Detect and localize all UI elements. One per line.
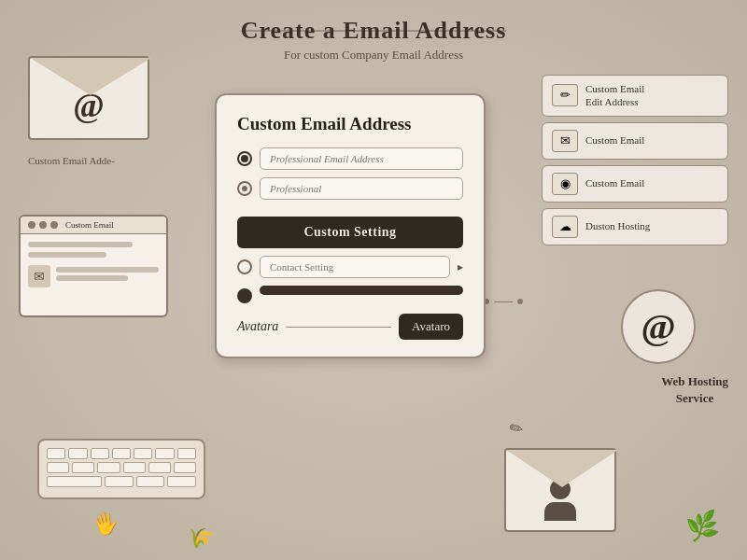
- bottom-envelope-flap: [506, 450, 618, 487]
- browser-line-2: [28, 252, 106, 258]
- cloud-icon: ☁: [552, 216, 578, 238]
- key: [134, 448, 152, 459]
- card-title: Custom Email Address: [237, 114, 463, 134]
- browser-dot-3: [50, 221, 58, 229]
- right-item-4[interactable]: ☁ Duston Hosting: [542, 208, 728, 245]
- key-spacebar: [47, 476, 102, 487]
- contact-input[interactable]: [260, 256, 450, 278]
- hand-icon: 🖐: [92, 511, 120, 539]
- browser-window: Custom Email ✉: [19, 215, 168, 317]
- plant-right-icon: 🌿: [684, 508, 721, 544]
- contact-row: ▸: [237, 256, 463, 278]
- left-envelope-label: Custom Email Adde-: [28, 155, 115, 166]
- pencil-icon: ✏: [506, 416, 525, 440]
- left-envelope: @ Custom Email Adde-: [28, 56, 149, 149]
- key: [72, 462, 94, 473]
- circle-icon: ◉: [552, 173, 578, 195]
- browser-line-3: [56, 267, 159, 273]
- page-subtitle: For custom Company Email Address: [241, 48, 507, 63]
- key: [97, 462, 120, 473]
- right-item-3[interactable]: ◉ Custom Email: [542, 165, 728, 203]
- browser-line-1: [28, 242, 133, 247]
- browser-dot-2: [39, 221, 47, 229]
- avatar-label: Avatara: [237, 319, 278, 334]
- at-symbol-right-icon: @: [641, 305, 675, 349]
- custom-setting-button[interactable]: Custom Setting: [237, 217, 463, 248]
- radio-item-2[interactable]: [237, 177, 463, 200]
- avatar-row: Avatara Avataro: [237, 314, 463, 340]
- slider-radio[interactable]: [237, 288, 252, 303]
- key: [177, 448, 196, 459]
- key-row-3: [47, 476, 196, 487]
- page-title: Create a Email Address: [241, 17, 507, 45]
- main-card: Custom Email Address Custom Setting ▸ Av…: [215, 93, 486, 358]
- radio-circle-1[interactable]: [237, 151, 252, 166]
- keyboard-area: 🖐: [37, 439, 224, 532]
- key: [148, 462, 171, 473]
- connector-dot-2: [517, 299, 523, 304]
- browser-icon-row: ✉: [28, 265, 159, 287]
- browser-line-4: [56, 275, 128, 281]
- browser-content: ✉: [21, 234, 166, 295]
- radio-group: [237, 147, 463, 200]
- right-item-1[interactable]: ✏ Custom EmailEdit Address: [542, 75, 728, 117]
- contact-arrow-icon: ▸: [458, 260, 463, 274]
- web-hosting-label: Web HostingService: [661, 373, 728, 407]
- browser-dot-1: [28, 221, 35, 229]
- avatar-button[interactable]: Avataro: [399, 314, 463, 340]
- bottom-envelope: [504, 448, 616, 541]
- slider-row: [237, 286, 463, 306]
- key: [155, 448, 174, 459]
- page-title-area: Create a Email Address For custom Compan…: [241, 17, 507, 63]
- connector-line-1: [494, 301, 513, 302]
- key: [47, 462, 69, 473]
- keyboard-body: [37, 439, 205, 499]
- at-symbol-right: @: [621, 289, 696, 364]
- email-input-2[interactable]: [260, 177, 463, 200]
- browser-toolbar: Custom Email: [21, 217, 166, 234]
- right-item-2-text: Custom Email: [585, 133, 644, 147]
- key: [112, 448, 131, 459]
- right-item-1-text: Custom EmailEdit Address: [585, 82, 644, 109]
- right-item-2[interactable]: ✉ Custom Email: [542, 122, 728, 160]
- edit-icon: ✏: [552, 84, 578, 106]
- radio-circle-2[interactable]: [237, 181, 252, 196]
- key: [123, 462, 146, 473]
- dot-line: [484, 299, 523, 304]
- key: [47, 448, 65, 459]
- bottom-envelope-body: [504, 448, 616, 532]
- browser-title: Custom Email: [65, 220, 114, 230]
- key: [105, 476, 134, 487]
- envelope-flap: [30, 58, 151, 95]
- key-row-2: [47, 462, 196, 473]
- mail-icon: ✉: [552, 130, 578, 152]
- key: [136, 476, 165, 487]
- web-hosting-text: Web HostingService: [661, 374, 728, 405]
- right-item-4-text: Duston Hosting: [585, 219, 650, 232]
- key: [167, 476, 196, 487]
- key: [174, 462, 196, 473]
- browser-mail-icon: ✉: [28, 265, 50, 287]
- right-item-3-text: Custom Email: [585, 176, 644, 189]
- key-row-1: [47, 448, 196, 459]
- avatar-line: [286, 327, 391, 328]
- key: [91, 448, 109, 459]
- key: [68, 448, 87, 459]
- email-input-1[interactable]: [260, 147, 463, 170]
- envelope-body: @: [28, 56, 149, 140]
- person-body: [544, 502, 576, 521]
- slider-bar[interactable]: [260, 286, 463, 295]
- contact-radio[interactable]: [237, 259, 252, 274]
- right-panel: ✏ Custom EmailEdit Address ✉ Custom Emai…: [542, 75, 728, 251]
- radio-item-1[interactable]: [237, 147, 463, 170]
